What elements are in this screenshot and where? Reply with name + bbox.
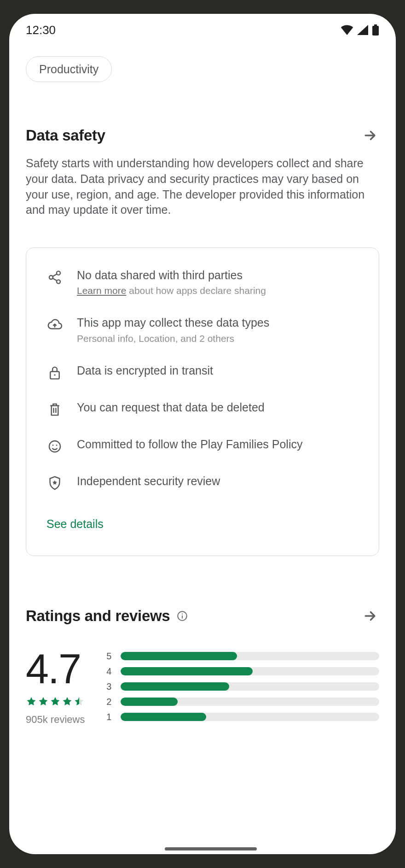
- data-safety-item-title: Independent security review: [77, 474, 359, 488]
- rating-bar-track: [121, 682, 379, 691]
- data-safety-card: No data shared with third parties Learn …: [26, 247, 379, 556]
- data-safety-item-sub: Learn more about how apps declare sharin…: [77, 285, 359, 296]
- rating-bar-fill: [121, 698, 178, 706]
- share-icon: [46, 269, 63, 286]
- star-full-icon: [50, 696, 61, 707]
- star-full-icon: [38, 696, 49, 707]
- svg-point-4: [57, 280, 60, 283]
- svg-point-9: [56, 445, 58, 446]
- svg-point-3: [49, 276, 53, 279]
- rating-bar-row: 5: [105, 651, 379, 662]
- ratings-header: Ratings and reviews: [26, 607, 379, 625]
- data-safety-item-title: This app may collect these data types: [77, 316, 359, 330]
- shield-star-icon: [46, 475, 63, 492]
- data-safety-header: Data safety: [26, 126, 379, 145]
- see-details-link[interactable]: See details: [46, 517, 359, 531]
- status-icons: [341, 24, 379, 35]
- data-safety-arrow-button[interactable]: [361, 126, 379, 145]
- wifi-icon: [341, 25, 353, 35]
- rating-bar-row: 1: [105, 712, 379, 722]
- data-safety-item-title: You can request that data be deleted: [77, 400, 359, 415]
- data-safety-item: You can request that data be deleted: [46, 400, 359, 418]
- category-chip[interactable]: Productivity: [26, 56, 112, 82]
- data-safety-item-title: Committed to follow the Play Families Po…: [77, 437, 359, 452]
- ratings-body: 4.7 905k reviews 5 4: [26, 648, 379, 726]
- cloud-upload-icon: [46, 317, 63, 333]
- rating-bar-label: 1: [105, 712, 111, 722]
- svg-point-2: [57, 271, 60, 275]
- arrow-right-icon: [362, 128, 378, 143]
- ratings-stars: [26, 696, 85, 707]
- info-icon: [176, 610, 188, 622]
- data-safety-item: Independent security review: [46, 474, 359, 492]
- arrow-right-icon: [362, 608, 378, 624]
- star-full-icon: [62, 696, 73, 707]
- svg-rect-1: [374, 24, 377, 26]
- rating-bar-track: [121, 652, 379, 660]
- scroll-indicator: [165, 847, 257, 850]
- review-count: 905k reviews: [26, 714, 85, 726]
- data-safety-item-sub-rest: about how apps declare sharing: [126, 285, 266, 296]
- ratings-arrow-button[interactable]: [361, 607, 379, 625]
- rating-bar-label: 3: [105, 681, 111, 692]
- data-safety-title: Data safety: [26, 127, 105, 144]
- rating-bar-track: [121, 667, 379, 675]
- status-time: 12:30: [26, 23, 56, 37]
- learn-more-link[interactable]: Learn more: [77, 285, 126, 296]
- data-safety-item-title: Data is encrypted in transit: [77, 364, 359, 378]
- category-chip-label: Productivity: [39, 63, 98, 76]
- data-safety-item-sub: Personal info, Location, and 2 others: [77, 333, 359, 344]
- cell-signal-icon: [357, 25, 368, 35]
- smiley-icon: [46, 438, 63, 455]
- rating-bar-fill: [121, 652, 237, 660]
- ratings-title: Ratings and reviews: [26, 607, 170, 625]
- lock-icon: [46, 364, 63, 381]
- rating-bar-row: 4: [105, 666, 379, 677]
- rating-bar-fill: [121, 667, 252, 675]
- rating-bar-fill: [121, 682, 229, 691]
- ratings-bars: 5 4 3 2 1: [105, 651, 379, 722]
- ratings-summary: 4.7 905k reviews: [26, 648, 85, 726]
- data-safety-item: Data is encrypted in transit: [46, 364, 359, 381]
- rating-bar-row: 3: [105, 681, 379, 692]
- rating-bar-row: 2: [105, 697, 379, 707]
- data-safety-item-title: No data shared with third parties: [77, 268, 359, 282]
- data-safety-description: Safety starts with understanding how dev…: [26, 156, 379, 218]
- svg-point-11: [182, 613, 183, 614]
- trash-icon: [46, 401, 63, 418]
- svg-point-8: [52, 445, 54, 446]
- rating-bar-label: 5: [105, 651, 111, 662]
- rating-bar-track: [121, 698, 379, 706]
- device-frame: 12:30 Productivity Data safety Safety st…: [9, 14, 396, 854]
- rating-bar-track: [121, 713, 379, 721]
- data-safety-item: Committed to follow the Play Families Po…: [46, 437, 359, 455]
- svg-point-6: [54, 374, 55, 375]
- svg-rect-0: [372, 26, 379, 35]
- ratings-score: 4.7: [26, 648, 85, 690]
- battery-icon: [372, 24, 379, 35]
- rating-bar-fill: [121, 713, 206, 721]
- rating-bar-label: 4: [105, 666, 111, 677]
- main-content: Productivity Data safety Safety starts w…: [9, 46, 396, 726]
- data-safety-item: This app may collect these data types Pe…: [46, 316, 359, 344]
- status-bar: 12:30: [9, 14, 396, 46]
- star-full-icon: [26, 696, 37, 707]
- ratings-info-button[interactable]: [176, 610, 188, 622]
- rating-bar-label: 2: [105, 697, 111, 707]
- svg-point-7: [49, 441, 60, 452]
- data-safety-item: No data shared with third parties Learn …: [46, 268, 359, 296]
- star-half-icon: [74, 696, 85, 707]
